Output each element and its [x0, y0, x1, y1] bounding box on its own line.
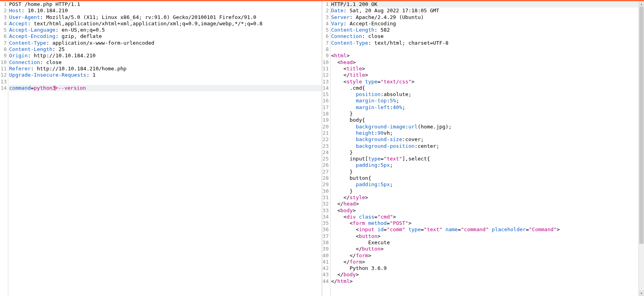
code-line[interactable]: Content-Type: application/x-www-form-url… [9, 40, 322, 46]
response-viewer[interactable]: HTTP/1.1 200 OKDate: Sat, 20 Aug 2022 17… [330, 1, 639, 296]
code-token: form [353, 220, 365, 226]
line-number: 28 [322, 175, 329, 181]
line-number: 31 [322, 194, 329, 201]
code-token: Content-Type [331, 40, 368, 46]
code-token: name [445, 226, 458, 232]
code-line[interactable]: } [331, 169, 639, 175]
code-line[interactable]: </head> [331, 201, 639, 207]
code-line[interactable]: <title> [331, 66, 639, 72]
code-line[interactable]: Connection: close [331, 33, 639, 40]
code-line[interactable]: Origin: http://10.10.184.210 [9, 53, 322, 59]
code-line[interactable]: margin-top:5%; [331, 98, 639, 104]
code-line[interactable]: input[type="text"],select{ [331, 156, 639, 162]
code-line[interactable]: <body> [331, 207, 639, 214]
code-token: < [331, 220, 353, 226]
code-token: position [356, 91, 381, 97]
code-line[interactable]: } [331, 188, 639, 194]
code-line[interactable]: <button> [331, 233, 639, 239]
code-token: "cmd" [377, 214, 393, 220]
scroll-thumb[interactable] [639, 7, 644, 244]
code-line[interactable]: padding:5px; [331, 181, 639, 188]
line-number: 40 [322, 253, 329, 259]
code-line[interactable]: command=python3+--version [9, 85, 322, 91]
code-line[interactable]: <style type="text/css"> [331, 79, 639, 85]
code-line[interactable]: </button> [331, 246, 639, 252]
line-number: 5 [322, 27, 329, 33]
code-token: body [340, 207, 353, 213]
code-token: background-size [356, 136, 402, 142]
code-line[interactable]: Content-Length: 582 [331, 27, 639, 33]
code-line[interactable]: Python 3.6.9 [331, 265, 639, 271]
code-line[interactable]: height:90vh; [331, 130, 639, 136]
code-line[interactable]: Execute [331, 239, 639, 246]
code-line[interactable]: </html> [331, 278, 639, 285]
code-line[interactable]: Upgrade-Insecure-Requests: 1 [9, 72, 322, 78]
code-token [331, 136, 356, 142]
code-line[interactable]: </body> [331, 271, 639, 278]
code-line[interactable]: </style> [331, 194, 639, 201]
code-line[interactable]: Vary: Accept-Encoding [331, 21, 639, 27]
code-line[interactable]: Host: 10.10.184.210 [9, 8, 322, 14]
code-token: : en-US,en;q=0.5 [55, 27, 105, 33]
code-line[interactable]: POST /home.php HTTP/1.1 [9, 1, 322, 8]
code-token: id [377, 226, 384, 232]
code-line[interactable]: <input id="comm" type="text" name="comma… [331, 226, 639, 233]
code-line[interactable]: button{ [331, 175, 639, 181]
code-line[interactable]: <form method="POST"> [331, 220, 639, 226]
line-number: 42 [322, 265, 329, 271]
code-line[interactable]: .cmd{ [331, 85, 639, 91]
code-line[interactable]: </title> [331, 72, 639, 78]
code-token: : [405, 124, 408, 130]
code-line[interactable]: } [331, 149, 639, 156]
code-line[interactable]: Content-Type: text/html; charset=UTF-8 [331, 40, 639, 46]
code-token: button [362, 246, 381, 252]
code-token: head [340, 59, 353, 65]
code-line[interactable]: HTTP/1.1 200 OK [331, 1, 639, 8]
code-line[interactable]: background-image:url(home.jpg); [331, 124, 639, 130]
code-token: ; [396, 98, 399, 104]
code-token: < [331, 226, 359, 232]
code-token: Connection [331, 33, 362, 39]
code-line[interactable]: background-position:center; [331, 143, 639, 149]
request-editor[interactable]: POST /home.php HTTP/1.1Host: 10.10.184.2… [8, 1, 322, 296]
code-token: :absolute; [381, 91, 411, 97]
code-token [374, 226, 377, 232]
code-line[interactable]: <div class="cmd"> [331, 214, 639, 220]
code-line[interactable]: position:absolute; [331, 91, 639, 98]
code-line[interactable]: Connection: close [9, 59, 322, 66]
code-line[interactable]: Accept: text/html,application/xhtml+xml,… [9, 21, 322, 27]
code-token: "text/css" [381, 79, 411, 85]
code-token [489, 226, 492, 232]
code-line[interactable]: body{ [331, 117, 639, 123]
code-line[interactable] [331, 46, 639, 53]
line-number: 14 [322, 85, 329, 91]
code-token: </ [331, 194, 350, 200]
scroll-down-icon[interactable]: ▾ [639, 290, 644, 296]
code-line[interactable]: </form> [331, 259, 639, 265]
code-line[interactable]: Accept-Language: en-US,en;q=0.5 [9, 27, 322, 33]
code-line[interactable]: Date: Sat, 20 Aug 2022 17:18:05 GMT [331, 8, 639, 14]
code-line[interactable]: margin-left:40%; [331, 104, 639, 111]
code-token: 40% [393, 104, 402, 110]
line-number: 5 [0, 27, 7, 33]
code-line[interactable]: Server: Apache/2.4.29 (Ubuntu) [331, 14, 639, 21]
code-token: "text" [424, 226, 442, 232]
code-line[interactable]: padding:5px; [331, 162, 639, 168]
code-line[interactable] [9, 79, 322, 85]
code-token: style [347, 79, 362, 85]
code-token: > [393, 214, 396, 220]
code-line[interactable]: Accept-Encoding: gzip, deflate [9, 33, 322, 40]
code-line[interactable]: Referer: http://10.10.184.210/home.php [9, 66, 322, 72]
code-line[interactable]: } [331, 111, 639, 117]
code-line[interactable]: User-Agent: Mozilla/5.0 (X11; Linux x86_… [9, 14, 322, 21]
code-line[interactable]: <html> [331, 53, 639, 59]
line-number: 32 [322, 201, 329, 207]
response-scrollbar[interactable]: ▴ ▾ [638, 1, 644, 296]
code-line[interactable]: </form> [331, 253, 639, 259]
scroll-up-icon[interactable]: ▴ [639, 1, 644, 7]
code-line[interactable]: <head> [331, 59, 639, 66]
code-token: vh; [384, 130, 393, 136]
code-token: input[ [331, 156, 368, 162]
code-line[interactable]: background-size:cover; [331, 136, 639, 143]
code-line[interactable]: Content-Length: 25 [9, 46, 322, 53]
